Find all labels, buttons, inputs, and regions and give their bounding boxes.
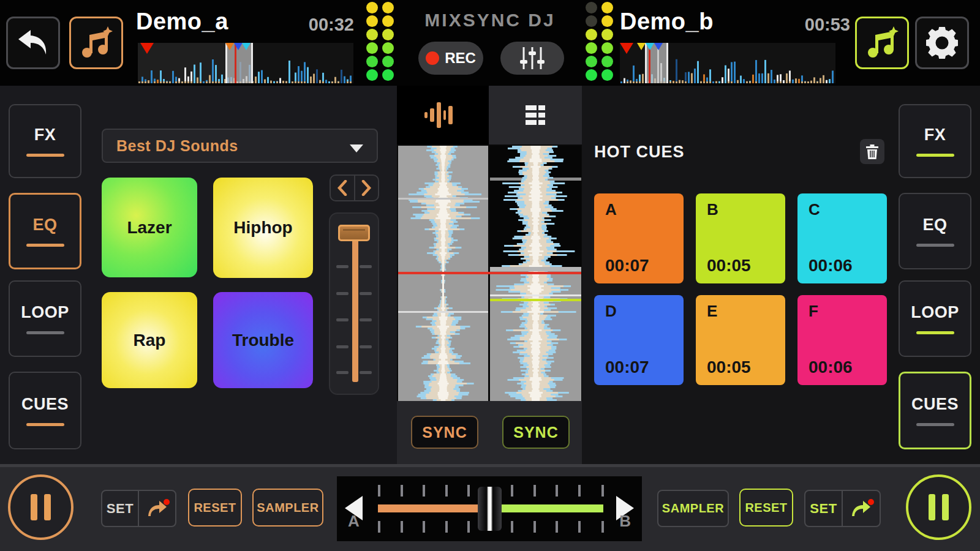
play-pause-button-deck-a[interactable]	[8, 474, 74, 540]
rec-button[interactable]: REC	[418, 42, 483, 75]
sound-pack-value: Best DJ Sounds	[116, 137, 238, 155]
sound-pack-dropdown[interactable]: Best DJ Sounds	[102, 129, 378, 163]
fx-button-deck-a[interactable]: FX	[9, 104, 81, 178]
eq-a-label: EQ	[32, 216, 57, 234]
hot-cue-pad-f[interactable]: F 00:06	[797, 295, 887, 385]
pitch-slider-handle[interactable]	[338, 225, 370, 241]
meter-led	[601, 69, 613, 81]
center-waveform-panel: SYNC SYNC	[397, 86, 582, 464]
pause-icon	[44, 494, 51, 520]
crossfader-tick	[378, 521, 380, 533]
loop-button-deck-b[interactable]: LOOP	[899, 280, 971, 357]
library-button-deck-b[interactable]	[855, 17, 909, 69]
sample-pad-hiphop[interactable]: Hiphop	[213, 178, 313, 278]
meter-led	[366, 15, 378, 27]
fx-b-underline	[916, 154, 954, 157]
share-button-deck-a[interactable]	[139, 491, 175, 526]
tab-waveform-view[interactable]	[397, 86, 489, 144]
deck-b-time: 00:53	[771, 15, 850, 35]
crossfader-tick	[467, 521, 470, 533]
pad-page-next-button[interactable]	[355, 176, 379, 200]
eq-button-deck-a[interactable]: EQ	[9, 193, 81, 269]
deck-b-cue-marker-yellow	[637, 43, 646, 50]
mixer-button[interactable]	[500, 42, 564, 75]
library-button-deck-a[interactable]	[69, 17, 123, 69]
pad-page-prev-button[interactable]	[331, 176, 354, 200]
crossfader-tick	[511, 485, 513, 497]
waveform-tab-icon	[424, 100, 461, 130]
pitch-tick	[360, 265, 372, 268]
set-a-label: SET	[107, 501, 134, 517]
meter-column	[601, 2, 613, 81]
playhead-line	[398, 272, 581, 274]
meter-led	[382, 29, 394, 40]
grid-tab-icon	[525, 105, 546, 126]
sample-pad-trouble[interactable]: Trouble	[213, 292, 313, 388]
share-button-deck-b[interactable]	[843, 491, 880, 526]
sampler-button-deck-b[interactable]: SAMPLER	[658, 491, 728, 526]
sample-pad-rap[interactable]: Rap	[102, 292, 197, 388]
pitch-slider[interactable]	[329, 212, 379, 395]
sampler-b-label: SAMPLER	[662, 501, 724, 515]
crossfader[interactable]: A B	[337, 476, 642, 541]
crossfader-tick	[401, 521, 403, 533]
crossfader-handle[interactable]	[478, 487, 502, 531]
cue-e-letter: E	[707, 302, 717, 321]
trash-icon	[866, 144, 878, 159]
pitch-tick	[360, 371, 372, 374]
play-pause-button-deck-b[interactable]	[906, 474, 971, 540]
meter-led	[586, 29, 597, 40]
tab-grid-view[interactable]	[489, 86, 582, 144]
deck-a-overview-waveform[interactable]	[138, 43, 353, 83]
set-button-deck-b[interactable]: SET	[805, 491, 842, 526]
pitch-slider-stem	[352, 233, 358, 382]
sampler-a-label: SAMPLER	[257, 501, 318, 515]
reset-button-deck-b[interactable]: RESET	[739, 489, 793, 527]
set-button-deck-a[interactable]: SET	[102, 491, 138, 526]
deck-a-cue-marker-cyan	[242, 43, 251, 50]
cues-a-underline	[26, 423, 64, 426]
crossfader-tick	[423, 521, 425, 533]
mixsync-dj-app: Demo_a 00:32 MIXSYNC DJ REC	[0, 0, 980, 551]
pitch-handle-groove	[343, 229, 365, 231]
pad-trouble-label: Trouble	[232, 331, 294, 350]
hot-cue-pad-a[interactable]: A 00:07	[594, 193, 684, 283]
loop-button-deck-a[interactable]: LOOP	[9, 280, 81, 357]
meter-led	[586, 2, 597, 13]
deck-a-cue-marker-orange	[225, 43, 234, 50]
set-share-group-deck-b: SET	[804, 490, 881, 527]
fx-b-label: FX	[924, 126, 946, 144]
deck-a-beat-line-1	[398, 198, 488, 200]
deck-a-level-meter	[366, 2, 394, 81]
cues-button-deck-a[interactable]: CUES	[9, 372, 81, 449]
fx-button-deck-b[interactable]: FX	[899, 104, 971, 178]
sync-button-deck-a[interactable]: SYNC	[411, 416, 478, 449]
meter-led	[586, 56, 597, 67]
sync-button-deck-b[interactable]: SYNC	[502, 416, 570, 449]
mixer-sliders-icon	[519, 47, 546, 70]
hot-cue-pad-d[interactable]: D 00:07	[594, 295, 684, 385]
deck-b-overview-waveform[interactable]	[620, 43, 835, 83]
eq-button-deck-b[interactable]: EQ	[899, 193, 971, 269]
hot-cue-pad-c[interactable]: C 00:06	[797, 193, 887, 283]
sample-pad-lazer[interactable]: Lazer	[102, 178, 197, 277]
notification-dot	[868, 499, 874, 505]
cues-button-deck-b[interactable]: CUES	[899, 372, 971, 449]
deck-a-cue-marker-blue	[234, 43, 243, 50]
cues-b-underline	[916, 423, 954, 426]
deck-a-title: Demo_a	[136, 9, 228, 35]
pitch-tick	[360, 318, 372, 321]
eq-b-label: EQ	[922, 216, 947, 234]
cue-d-time: 00:07	[605, 358, 649, 377]
meter-led	[382, 15, 394, 27]
hot-cue-pad-e[interactable]: E 00:05	[696, 295, 785, 385]
cue-d-letter: D	[605, 302, 617, 321]
sampler-button-deck-a[interactable]: SAMPLER	[252, 489, 323, 527]
pitch-tick	[336, 345, 349, 348]
settings-button[interactable]	[915, 17, 969, 69]
delete-cues-button[interactable]	[860, 139, 884, 164]
hot-cue-pad-b[interactable]: B 00:05	[696, 193, 785, 283]
meter-led	[586, 15, 597, 27]
reset-button-deck-a[interactable]: RESET	[188, 489, 242, 527]
back-button[interactable]	[6, 17, 60, 69]
